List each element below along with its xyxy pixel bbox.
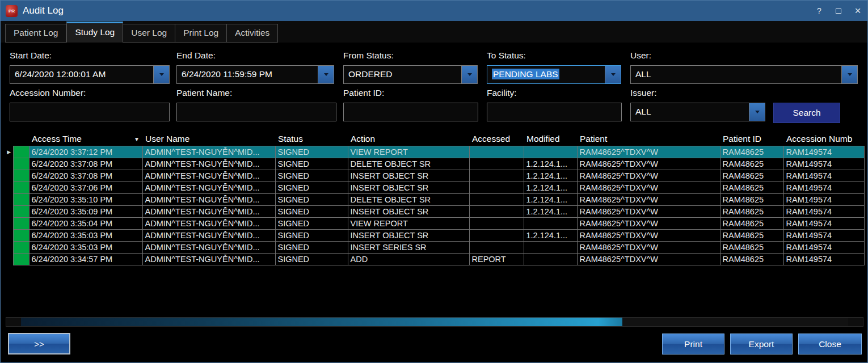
cell-accession_number: RAM149574 bbox=[783, 170, 864, 182]
cell-status: SIGNED bbox=[275, 182, 348, 194]
patient-id-input[interactable] bbox=[343, 103, 478, 121]
column-header-accessed[interactable]: Accessed bbox=[469, 132, 524, 146]
issuer-value[interactable]: ALL bbox=[631, 103, 749, 121]
current-row-indicator bbox=[5, 158, 13, 170]
from-status-dropdown-button[interactable] bbox=[461, 66, 477, 83]
user-value[interactable]: ALL bbox=[631, 66, 841, 83]
chevron-down-icon bbox=[755, 111, 760, 113]
cell-access_time: 6/24/2020 3:37:08 PM bbox=[29, 170, 142, 182]
tab-bar: Patient LogStudy LogUser LogPrint LogAct… bbox=[1, 21, 867, 43]
close-button[interactable]: Close bbox=[798, 334, 862, 354]
facility-input[interactable] bbox=[487, 103, 622, 121]
table-row[interactable]: 6/24/2020 3:37:08 PMADMIN^TEST-NGUYỄN^MI… bbox=[5, 170, 864, 182]
start-date-value[interactable]: 6/24/2020 12:00:01 AM bbox=[10, 66, 153, 83]
maximize-icon bbox=[836, 9, 841, 14]
horizontal-scrollbar[interactable] bbox=[6, 317, 863, 327]
scrollbar-thumb[interactable] bbox=[21, 318, 622, 326]
tab-activities[interactable]: Activities bbox=[227, 24, 278, 43]
to-status-dropdown-button[interactable] bbox=[605, 66, 621, 83]
cell-accession_number: RAM149574 bbox=[783, 182, 864, 194]
tab-print-log[interactable]: Print Log bbox=[175, 24, 227, 43]
table-row[interactable]: 6/24/2020 3:35:03 PMADMIN^TEST-NGUYỄN^MI… bbox=[5, 230, 864, 242]
cell-action: ADD bbox=[348, 254, 469, 265]
cell-access_time: 6/24/2020 3:35:04 PM bbox=[29, 218, 142, 230]
audit-log-window: PR Audit Log ? × Patient LogStudy LogUse… bbox=[0, 0, 868, 363]
to-status-combo: PENDING LABS bbox=[487, 65, 621, 84]
patient-name-input[interactable] bbox=[176, 103, 336, 121]
to-status-value[interactable]: PENDING LABS bbox=[487, 66, 605, 83]
cell-status: SIGNED bbox=[275, 206, 348, 218]
cell-modified: 1.2.124.1... bbox=[524, 230, 577, 242]
tab-user-log[interactable]: User Log bbox=[123, 24, 175, 43]
row-flag-cell bbox=[13, 218, 29, 230]
table-row[interactable]: 6/24/2020 3:34:57 PMADMIN^TEST-NGUYỄN^MI… bbox=[5, 254, 864, 265]
cell-accessed bbox=[469, 194, 524, 206]
column-header-patient[interactable]: Patient bbox=[577, 132, 720, 146]
cell-status: SIGNED bbox=[275, 230, 348, 242]
cell-patient_id: RAM48625 bbox=[720, 242, 783, 254]
cell-patient: RAM48625^TDXV^W bbox=[577, 182, 720, 194]
table-row[interactable]: 6/24/2020 3:37:08 PMADMIN^TEST-NGUYỄN^MI… bbox=[5, 158, 864, 170]
user-dropdown-button[interactable] bbox=[841, 66, 857, 83]
column-header-label: User Name bbox=[145, 134, 189, 143]
table-row[interactable]: ▶6/24/2020 3:37:12 PMADMIN^TEST-NGUYỄN^M… bbox=[5, 146, 864, 158]
table-row[interactable]: 6/24/2020 3:35:10 PMADMIN^TEST-NGUYỄN^MI… bbox=[5, 194, 864, 206]
row-flag-cell bbox=[13, 194, 29, 206]
current-row-indicator bbox=[5, 182, 13, 194]
close-icon: × bbox=[854, 5, 861, 17]
table-row[interactable]: 6/24/2020 3:35:03 PMADMIN^TEST-NGUYỄN^MI… bbox=[5, 242, 864, 254]
cell-user_name: ADMIN^TEST-NGUYỄN^MID... bbox=[142, 254, 275, 265]
window-controls: ? × bbox=[810, 1, 867, 21]
chevron-down-icon bbox=[467, 73, 472, 76]
end-date-value[interactable]: 6/24/2020 11:59:59 PM bbox=[177, 66, 318, 83]
cell-modified: 1.2.124.1... bbox=[524, 182, 577, 194]
column-header-modified[interactable]: Modified bbox=[524, 132, 577, 146]
maximize-button[interactable] bbox=[829, 1, 848, 21]
scroll-right-button[interactable] bbox=[848, 318, 863, 326]
row-flag-cell bbox=[13, 146, 29, 158]
column-header-patient_id[interactable]: Patient ID bbox=[720, 132, 783, 146]
column-header-label: Patient bbox=[580, 134, 607, 143]
cell-accessed bbox=[469, 158, 524, 170]
cell-modified bbox=[524, 242, 577, 254]
user-label: User: bbox=[630, 50, 651, 61]
column-header-user_name[interactable]: User Name bbox=[142, 132, 275, 146]
column-header-action[interactable]: Action bbox=[348, 132, 469, 146]
help-button[interactable]: ? bbox=[810, 1, 829, 21]
to-status-selected-text: PENDING LABS bbox=[492, 69, 559, 79]
cell-patient_id: RAM48625 bbox=[720, 182, 783, 194]
facility-label: Facility: bbox=[487, 88, 517, 98]
search-button[interactable]: Search bbox=[773, 103, 840, 123]
sort-descending-icon: ▼ bbox=[134, 136, 140, 142]
cell-accession_number: RAM149574 bbox=[783, 158, 864, 170]
start-date-dropdown-button[interactable] bbox=[153, 66, 169, 83]
close-window-button[interactable]: × bbox=[848, 1, 867, 21]
cell-patient: RAM48625^TDXV^W bbox=[577, 230, 720, 242]
cell-accession_number: RAM149574 bbox=[783, 146, 864, 158]
scroll-left-button[interactable] bbox=[6, 318, 21, 326]
table-row[interactable]: 6/24/2020 3:35:09 PMADMIN^TEST-NGUYỄN^MI… bbox=[5, 206, 864, 218]
print-button[interactable]: Print bbox=[662, 334, 724, 354]
from-status-value[interactable]: ORDERED bbox=[344, 66, 461, 83]
issuer-dropdown-button[interactable] bbox=[749, 103, 765, 121]
table-row[interactable]: 6/24/2020 3:35:04 PMADMIN^TEST-NGUYỄN^MI… bbox=[5, 218, 864, 230]
cell-accession_number: RAM149574 bbox=[783, 218, 864, 230]
tab-study-log[interactable]: Study Log bbox=[66, 22, 123, 43]
export-button[interactable]: Export bbox=[730, 334, 793, 354]
table-row[interactable]: 6/24/2020 3:37:06 PMADMIN^TEST-NGUYỄN^MI… bbox=[5, 182, 864, 194]
cell-accession_number: RAM149574 bbox=[783, 206, 864, 218]
cell-user_name: ADMIN^TEST-NGUYỄN^MID... bbox=[142, 194, 275, 206]
expand-button[interactable]: >> bbox=[8, 333, 70, 354]
column-header-access_time[interactable]: Access Time▼ bbox=[29, 132, 142, 146]
cell-accession_number: RAM149574 bbox=[783, 194, 864, 206]
cell-patient: RAM48625^TDXV^W bbox=[577, 242, 720, 254]
cell-action: INSERT SERIES SR bbox=[348, 242, 469, 254]
column-header-status[interactable]: Status bbox=[275, 132, 348, 146]
accession-number-input[interactable] bbox=[10, 103, 170, 121]
cell-action: INSERT OBJECT SR bbox=[348, 182, 469, 194]
tab-patient-log[interactable]: Patient Log bbox=[5, 24, 66, 43]
grid-body: ▶6/24/2020 3:37:12 PMADMIN^TEST-NGUYỄN^M… bbox=[5, 146, 864, 265]
cell-user_name: ADMIN^TEST-NGUYỄN^MID... bbox=[142, 182, 275, 194]
end-date-dropdown-button[interactable] bbox=[318, 66, 334, 83]
column-header-accession_number[interactable]: Accession Numb bbox=[783, 132, 864, 146]
